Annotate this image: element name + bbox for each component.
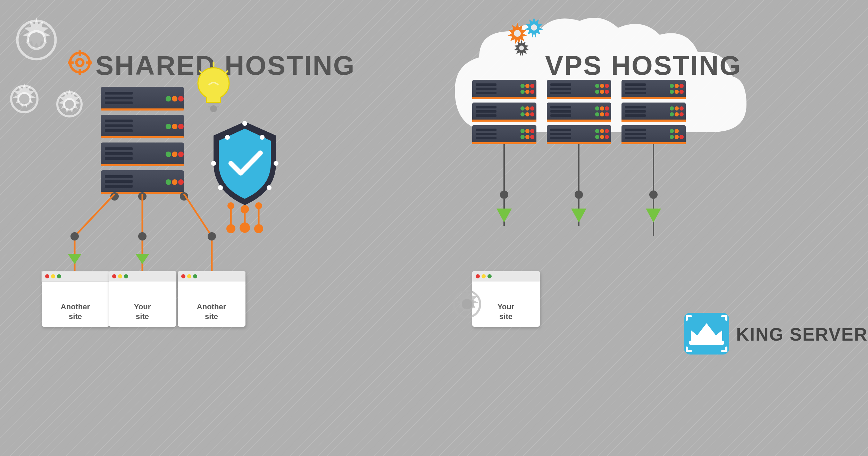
svg-point-132 xyxy=(525,135,529,139)
svg-point-187 xyxy=(675,112,679,116)
svg-point-204 xyxy=(482,274,486,278)
svg-rect-149 xyxy=(550,114,571,117)
svg-rect-137 xyxy=(550,88,571,90)
svg-point-205 xyxy=(487,274,492,278)
svg-rect-127 xyxy=(476,137,496,139)
king-servers-logo-icon xyxy=(684,313,729,355)
svg-rect-182 xyxy=(625,114,646,117)
svg-point-5 xyxy=(19,94,30,104)
svg-point-10 xyxy=(76,59,83,66)
svg-rect-179 xyxy=(621,120,686,122)
svg-point-140 xyxy=(600,84,604,88)
svg-rect-169 xyxy=(625,83,646,86)
svg-rect-39 xyxy=(105,157,133,160)
svg-point-185 xyxy=(679,106,684,111)
svg-text:Your: Your xyxy=(134,302,151,311)
svg-rect-124 xyxy=(472,142,536,144)
svg-rect-22 xyxy=(105,97,133,99)
server-unit-4 xyxy=(101,170,184,194)
svg-rect-20 xyxy=(101,108,184,111)
svg-point-15 xyxy=(78,51,82,55)
svg-point-8 xyxy=(65,100,74,109)
svg-point-141 xyxy=(605,84,609,88)
svg-text:Another: Another xyxy=(197,302,226,311)
svg-point-85 xyxy=(225,135,230,140)
svg-point-87 xyxy=(260,135,265,140)
svg-point-130 xyxy=(530,129,534,133)
svg-point-26 xyxy=(178,96,184,101)
svg-point-151 xyxy=(600,106,604,111)
svg-point-162 xyxy=(600,129,604,133)
svg-point-79 xyxy=(193,274,197,278)
svg-rect-181 xyxy=(625,110,646,113)
svg-rect-212 xyxy=(689,341,724,345)
svg-point-24 xyxy=(166,96,171,101)
crosshair-icon xyxy=(68,50,92,75)
server-unit-2 xyxy=(101,115,184,138)
svg-rect-147 xyxy=(550,106,571,108)
svg-point-161 xyxy=(595,129,599,133)
svg-point-48 xyxy=(166,179,171,185)
conn-node-bl xyxy=(70,232,79,241)
shield-icon xyxy=(211,121,278,233)
svg-rect-68 xyxy=(109,279,176,282)
svg-rect-115 xyxy=(476,110,496,113)
svg-rect-38 xyxy=(105,152,133,155)
svg-point-210 xyxy=(462,299,472,309)
svg-point-56 xyxy=(210,105,217,112)
svg-point-152 xyxy=(605,106,609,111)
svg-rect-37 xyxy=(105,147,133,150)
svg-point-70 xyxy=(118,274,122,278)
svg-point-186 xyxy=(670,112,674,116)
svg-rect-21 xyxy=(105,92,133,95)
svg-point-97 xyxy=(254,224,263,233)
svg-point-88 xyxy=(211,161,216,166)
svg-point-155 xyxy=(605,112,609,116)
svg-point-99 xyxy=(531,24,537,31)
svg-text:Another: Another xyxy=(61,302,90,311)
svg-rect-116 xyxy=(476,114,496,117)
svg-rect-104 xyxy=(476,88,496,90)
svg-point-203 xyxy=(476,274,480,278)
svg-point-90 xyxy=(218,185,223,190)
svg-rect-47 xyxy=(105,185,133,188)
gear-large-icon xyxy=(17,17,56,59)
svg-rect-160 xyxy=(550,137,571,139)
browser-another-site-left: Another site xyxy=(42,271,109,327)
svg-rect-45 xyxy=(105,175,133,178)
svg-point-91 xyxy=(267,185,272,190)
svg-rect-125 xyxy=(476,129,496,131)
svg-rect-29 xyxy=(105,120,133,122)
svg-rect-180 xyxy=(625,106,646,108)
svg-point-176 xyxy=(675,90,679,94)
svg-point-142 xyxy=(595,90,599,94)
svg-text:site: site xyxy=(136,312,149,321)
svg-rect-31 xyxy=(105,129,133,132)
svg-point-118 xyxy=(525,106,529,111)
svg-point-165 xyxy=(600,135,604,139)
svg-point-63 xyxy=(57,274,61,278)
gear-medium-left-icon xyxy=(11,83,37,112)
king-servers-text: KING SERVERS xyxy=(736,324,868,344)
svg-point-194 xyxy=(670,129,674,133)
svg-rect-30 xyxy=(105,124,133,127)
svg-rect-28 xyxy=(101,136,184,138)
svg-rect-102 xyxy=(472,97,536,99)
vps-arrow-left xyxy=(496,209,512,222)
svg-point-77 xyxy=(181,274,185,278)
svg-point-129 xyxy=(525,129,529,133)
svg-point-183 xyxy=(670,106,674,111)
svg-point-62 xyxy=(51,274,55,278)
server-unit-3 xyxy=(101,142,184,166)
svg-point-50 xyxy=(178,179,184,185)
conn-node-bm xyxy=(138,232,147,241)
svg-text:Your: Your xyxy=(498,302,515,311)
svg-rect-146 xyxy=(547,120,611,122)
svg-rect-158 xyxy=(550,129,571,131)
svg-rect-138 xyxy=(550,92,571,94)
browser-your-site-vps: Your site xyxy=(472,271,540,327)
vps-arrow-mid xyxy=(571,209,586,222)
vps-arrow-right xyxy=(646,209,661,222)
svg-text:site: site xyxy=(499,312,512,321)
svg-rect-76 xyxy=(178,279,245,282)
